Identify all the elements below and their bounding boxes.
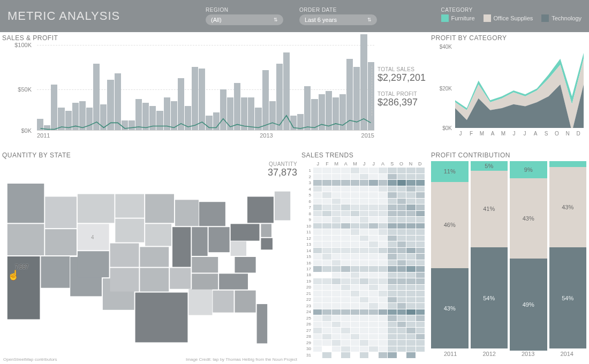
- heatmap-cell[interactable]: [313, 334, 322, 340]
- heatmap-cell[interactable]: [379, 297, 387, 303]
- heatmap-cell[interactable]: [341, 334, 350, 340]
- heatmap-cell[interactable]: [332, 309, 341, 315]
- heatmap-cell[interactable]: [416, 285, 425, 291]
- heatmap-cell[interactable]: [397, 334, 406, 340]
- heatmap-cell[interactable]: [388, 241, 396, 247]
- heatmap-cell[interactable]: [369, 186, 377, 192]
- heatmap-cell[interactable]: [341, 192, 350, 198]
- heatmap-cell[interactable]: [360, 186, 368, 192]
- heatmap-cell[interactable]: [332, 168, 341, 173]
- heatmap-cell[interactable]: [322, 211, 331, 217]
- heatmap-cell[interactable]: [313, 192, 322, 198]
- heatmap-cell[interactable]: [406, 260, 415, 266]
- heatmap-cell[interactable]: [406, 291, 415, 297]
- heatmap-cell[interactable]: [379, 192, 387, 198]
- heatmap-cell[interactable]: [313, 285, 322, 291]
- heatmap-cell[interactable]: [360, 180, 368, 186]
- heatmap-cell[interactable]: [416, 303, 425, 309]
- heatmap-cell[interactable]: [416, 204, 425, 210]
- heatmap-cell[interactable]: [313, 186, 322, 192]
- heatmap-cell[interactable]: [379, 303, 387, 309]
- heatmap-cell[interactable]: [351, 328, 359, 333]
- pcon-chart-area[interactable]: 11%46%43%5%41%54%9%43%49%43%54%: [431, 161, 586, 348]
- heatmap-cell[interactable]: [341, 322, 350, 328]
- heatmap-cell[interactable]: [313, 322, 322, 328]
- heatmap-cell[interactable]: [313, 340, 322, 346]
- heatmap-cell[interactable]: [341, 272, 350, 278]
- heatmap-cell[interactable]: [388, 352, 396, 358]
- heatmap-cell[interactable]: [313, 260, 322, 266]
- heatmap-cell[interactable]: [388, 254, 396, 260]
- heatmap-cell[interactable]: [406, 254, 415, 260]
- heatmap-cell[interactable]: [369, 322, 377, 328]
- heatmap-cell[interactable]: [369, 272, 377, 278]
- heatmap-cell[interactable]: [351, 297, 359, 303]
- heatmap-cell[interactable]: [360, 168, 368, 173]
- heatmap-cell[interactable]: [351, 241, 359, 247]
- heatmap-cell[interactable]: [332, 266, 341, 272]
- heatmap-cell[interactable]: [369, 266, 377, 272]
- heatmap-cell[interactable]: [322, 291, 331, 297]
- heatmap-cell[interactable]: [379, 278, 387, 284]
- heatmap-cell[interactable]: [388, 192, 396, 198]
- heatmap-cell[interactable]: [351, 260, 359, 266]
- heatmap-cell[interactable]: [351, 315, 359, 321]
- heatmap-cell[interactable]: [332, 223, 341, 229]
- heatmap-cell[interactable]: [360, 217, 368, 223]
- heatmap-cell[interactable]: [406, 266, 415, 272]
- heatmap-cell[interactable]: [341, 352, 350, 358]
- heatmap-cell[interactable]: [341, 297, 350, 303]
- heatmap-cell[interactable]: [397, 174, 406, 180]
- region-select[interactable]: (All) ⇅: [206, 14, 283, 25]
- heatmap-cell[interactable]: [351, 285, 359, 291]
- heatmap-cell[interactable]: [379, 186, 387, 192]
- heatmap-cell[interactable]: [379, 346, 387, 352]
- heatmap-cell[interactable]: [313, 174, 322, 180]
- heatmap-cell[interactable]: [406, 186, 415, 192]
- heatmap-cell[interactable]: [360, 334, 368, 340]
- heatmap-cell[interactable]: [322, 340, 331, 346]
- heatmap-cell[interactable]: [351, 223, 359, 229]
- heatmap-cell[interactable]: [416, 278, 425, 284]
- heatmap-cell[interactable]: [388, 217, 396, 223]
- heatmap-cell[interactable]: [369, 260, 377, 266]
- heatmap-cell[interactable]: [351, 229, 359, 235]
- pcon-column[interactable]: 11%46%43%: [431, 161, 469, 348]
- heatmap-cell[interactable]: [406, 340, 415, 346]
- heatmap-cell[interactable]: [351, 180, 359, 186]
- heatmap-cell[interactable]: [341, 309, 350, 315]
- heatmap-cell[interactable]: [322, 278, 331, 284]
- heatmap-cell[interactable]: [416, 254, 425, 260]
- heatmap-cell[interactable]: [416, 180, 425, 186]
- heatmap-cell[interactable]: [406, 217, 415, 223]
- heatmap-cell[interactable]: [369, 199, 377, 204]
- heatmap-cell[interactable]: [397, 291, 406, 297]
- heatmap-grid[interactable]: [313, 168, 425, 358]
- heatmap-cell[interactable]: [360, 248, 368, 254]
- heatmap-cell[interactable]: [388, 168, 396, 173]
- heatmap-cell[interactable]: [416, 272, 425, 278]
- heatmap-cell[interactable]: [360, 285, 368, 291]
- heatmap-cell[interactable]: [397, 211, 406, 217]
- heatmap-cell[interactable]: [416, 260, 425, 266]
- heatmap-cell[interactable]: [397, 241, 406, 247]
- heatmap-cell[interactable]: [360, 322, 368, 328]
- heatmap-cell[interactable]: [379, 340, 387, 346]
- heatmap-cell[interactable]: [397, 192, 406, 198]
- heatmap-cell[interactable]: [397, 254, 406, 260]
- heatmap-cell[interactable]: [360, 291, 368, 297]
- heatmap-cell[interactable]: [360, 192, 368, 198]
- heatmap-cell[interactable]: [332, 285, 341, 291]
- heatmap-cell[interactable]: [369, 174, 377, 180]
- heatmap-cell[interactable]: [416, 322, 425, 328]
- heatmap-cell[interactable]: [332, 180, 341, 186]
- heatmap-cell[interactable]: [388, 199, 396, 204]
- heatmap-cell[interactable]: [351, 272, 359, 278]
- heatmap-cell[interactable]: [379, 229, 387, 235]
- heatmap-cell[interactable]: [360, 174, 368, 180]
- heatmap-cell[interactable]: [406, 236, 415, 241]
- heatmap-cell[interactable]: [322, 285, 331, 291]
- heatmap-cell[interactable]: [406, 229, 415, 235]
- heatmap-cell[interactable]: [406, 180, 415, 186]
- heatmap-cell[interactable]: [369, 278, 377, 284]
